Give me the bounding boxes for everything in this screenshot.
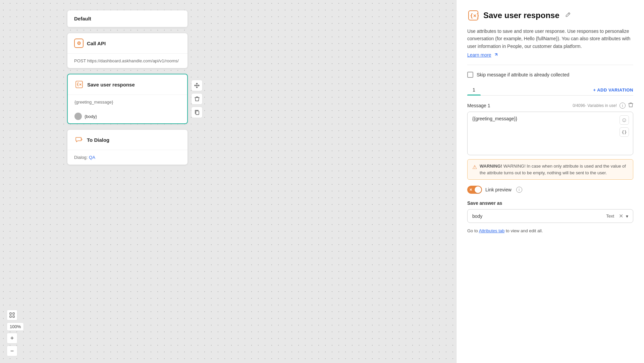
- save-icon: {×}: [74, 80, 84, 89]
- svg-text:{×}: {×}: [470, 12, 479, 19]
- link-preview-toggle[interactable]: ✕: [467, 186, 482, 194]
- panel-edit-icon[interactable]: [565, 12, 571, 19]
- node-default: Default: [67, 10, 188, 27]
- variable-icon[interactable]: {}: [620, 127, 629, 137]
- node-default-header: Default: [67, 10, 187, 27]
- node-save-footer: {body}: [68, 109, 187, 123]
- save-answer-section-label: Save answer as: [467, 200, 633, 206]
- node-api-title: Call API: [87, 41, 106, 46]
- attributes-tab-link[interactable]: Attributes tab: [479, 228, 505, 233]
- learn-more-link[interactable]: Learn more: [467, 52, 498, 58]
- link-preview-label: Link preview: [485, 187, 512, 192]
- save-clear-button[interactable]: ✕: [619, 213, 623, 219]
- node-delete-button[interactable]: [191, 93, 203, 105]
- node-action-buttons: [191, 80, 203, 118]
- zoom-in-button[interactable]: +: [7, 333, 17, 344]
- node-api-body: POST https://dashboard.askhandle.com/api…: [67, 54, 187, 68]
- svg-rect-2: [196, 111, 199, 115]
- svg-rect-4: [13, 313, 14, 314]
- save-answer-input[interactable]: [472, 214, 603, 219]
- node-save-title: Save user response: [87, 82, 135, 87]
- dot-connector: [74, 113, 82, 120]
- node-save-response[interactable]: {×} Save user response {greeting_message…: [67, 74, 188, 124]
- selected-node-wrapper: {×} Save user response {greeting_message…: [67, 74, 188, 124]
- add-variation-button[interactable]: + ADD VARIATION: [593, 85, 633, 95]
- save-type-label: Text: [606, 214, 616, 219]
- dialog-icon: [74, 135, 84, 144]
- node-copy-button[interactable]: [191, 107, 203, 118]
- textarea-icons: ☺ {}: [620, 115, 629, 137]
- message-delete-icon[interactable]: [628, 102, 633, 109]
- nodes-container: Default ⚙ Call API POST https://dashboar…: [67, 10, 188, 165]
- svg-rect-6: [13, 316, 14, 317]
- focus-button[interactable]: [7, 310, 17, 320]
- go-to-text: Go to Attributes tab to view and edit al…: [467, 228, 633, 233]
- svg-rect-5: [10, 316, 11, 317]
- canvas-area: Default ⚙ Call API POST https://dashboar…: [0, 0, 456, 363]
- emoji-icon[interactable]: ☺: [620, 115, 629, 125]
- save-answer-input-row: Text ✕ ▾: [467, 209, 633, 223]
- node-api-header: ⚙ Call API: [67, 33, 187, 54]
- svg-rect-3: [10, 313, 11, 314]
- message-counter: 0/4096- Variables in use!: [573, 103, 617, 108]
- panel-title: Save user response: [483, 11, 559, 20]
- link-preview-row: ✕ Link preview i: [467, 186, 633, 194]
- node-move-button[interactable]: [191, 80, 203, 91]
- warning-icon: ⚠: [472, 163, 477, 176]
- zoom-level: 100%: [7, 322, 24, 331]
- panel-node-icon: {×}: [467, 9, 479, 21]
- message-info-icon[interactable]: i: [620, 103, 626, 109]
- svg-text:{×}: {×}: [76, 82, 83, 87]
- node-to-dialog: To Dialog Dialog: QA: [67, 129, 188, 165]
- toggle-knob: [475, 186, 481, 193]
- tabs-row: 1 + ADD VARIATION: [467, 84, 633, 96]
- skip-checkbox-label: Skip message if attribute is already col…: [477, 72, 569, 77]
- node-dialog-body: Dialog: QA: [67, 150, 187, 165]
- node-save-body-text: {greeting_message}: [74, 100, 113, 105]
- message-textarea-wrapper: ☺ {}: [467, 112, 633, 155]
- dialog-prefix: Dialog:: [74, 155, 89, 160]
- node-dialog-header: To Dialog: [67, 130, 187, 150]
- link-preview-info-icon[interactable]: i: [516, 187, 522, 193]
- message-header: Message 1 0/4096- Variables in use! i: [467, 102, 633, 109]
- warning-text: WARNING! WARNING! In case when only attr…: [480, 163, 628, 176]
- node-dialog-title: To Dialog: [87, 137, 109, 143]
- node-save-body: {greeting_message}: [68, 95, 187, 109]
- tab-1[interactable]: 1: [467, 84, 481, 95]
- api-icon: ⚙: [74, 39, 84, 48]
- dialog-qa-link[interactable]: QA: [89, 155, 95, 160]
- skip-checkbox[interactable]: [467, 72, 473, 78]
- zoom-out-button[interactable]: −: [7, 346, 17, 356]
- node-default-title: Default: [74, 16, 91, 21]
- canvas-controls: 100% + −: [7, 310, 24, 356]
- save-dropdown-button[interactable]: ▾: [626, 214, 628, 219]
- message-label: Message 1: [467, 103, 490, 108]
- warning-box: ⚠ WARNING! WARNING! In case when only at…: [467, 159, 633, 180]
- panel-description: Use attributes to save and store user re…: [467, 27, 633, 50]
- section-divider-1: [467, 65, 633, 65]
- node-save-connector-label: {body}: [85, 114, 97, 119]
- node-api-body-text: POST https://dashboard.askhandle.com/api…: [74, 58, 179, 63]
- right-panel: {×} Save user response Use attributes to…: [456, 0, 644, 363]
- message-textarea[interactable]: [472, 116, 628, 143]
- node-save-header: {×} Save user response: [68, 74, 187, 95]
- node-call-api: ⚙ Call API POST https://dashboard.askhan…: [67, 33, 188, 68]
- skip-message-row: Skip message if attribute is already col…: [467, 72, 633, 78]
- panel-header: {×} Save user response: [467, 9, 633, 21]
